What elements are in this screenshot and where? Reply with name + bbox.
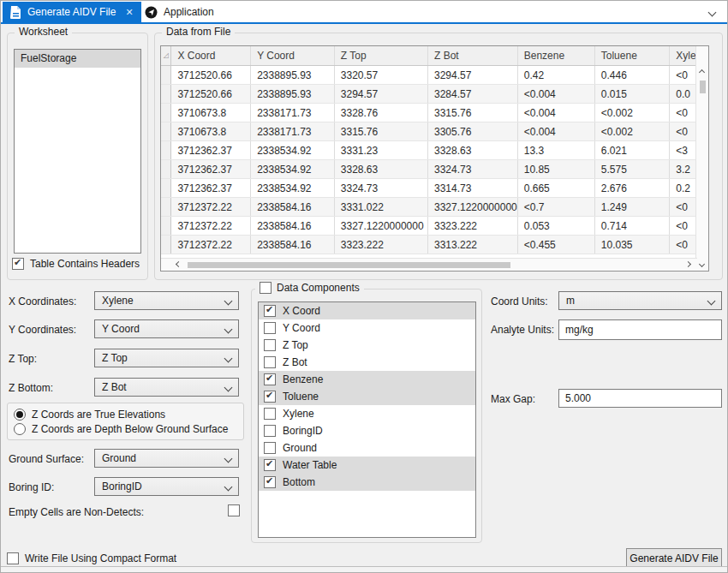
component-item[interactable]: Z Top: [259, 337, 475, 354]
scroll-up-icon[interactable]: [699, 69, 705, 75]
x-coordinates-combo[interactable]: Xylene: [94, 291, 239, 310]
table-cell[interactable]: 2338895.93: [251, 85, 335, 104]
row-header-cell[interactable]: [161, 198, 171, 217]
column-header[interactable]: Toluene: [594, 46, 669, 66]
table-cell[interactable]: 3328.76: [334, 104, 427, 122]
table-cell[interactable]: 0.665: [517, 179, 594, 198]
table-cell[interactable]: 3712520.66: [171, 85, 251, 104]
scroll-left-icon[interactable]: [176, 261, 182, 267]
z-top-combo[interactable]: Z Top: [94, 349, 239, 367]
table-cell[interactable]: <0.002: [594, 104, 669, 122]
component-item[interactable]: Water Table: [259, 457, 475, 474]
table-cell[interactable]: 0.714: [594, 217, 669, 236]
component-item[interactable]: Z Bot: [259, 354, 475, 371]
checkbox-icon[interactable]: [264, 322, 276, 334]
table-cell[interactable]: 3712362.37: [171, 141, 251, 160]
table-contains-headers-checkbox[interactable]: Table Contains Headers: [12, 258, 140, 270]
table-row[interactable]: 3710673.82338171.733328.763315.76<0.004<…: [161, 104, 708, 122]
table-row[interactable]: 3710673.82338171.733315.763305.76<0.004<…: [161, 122, 708, 141]
table-cell[interactable]: 3294.57: [334, 85, 427, 104]
table-cell[interactable]: 10.035: [594, 236, 669, 254]
coord-units-combo[interactable]: m: [558, 291, 722, 310]
column-header[interactable]: Z Bot: [427, 46, 517, 66]
row-header-cell[interactable]: [161, 236, 171, 254]
table-cell[interactable]: 3328.63: [334, 160, 427, 179]
data-components-list[interactable]: X CoordY CoordZ TopZ BotBenzeneTolueneXy…: [258, 301, 476, 538]
table-cell[interactable]: 0.053: [517, 217, 594, 236]
table-cell[interactable]: 3323.222: [334, 236, 427, 254]
data-components-checkbox[interactable]: [260, 282, 272, 294]
checkbox-icon[interactable]: [264, 425, 276, 437]
table-row[interactable]: 3712362.372338534.923324.733314.730.6652…: [161, 179, 708, 198]
table-row[interactable]: 3712372.222338584.163331.0223327.1220000…: [161, 198, 708, 217]
column-header[interactable]: Y Coord: [251, 46, 335, 66]
generate-aidv-file-button[interactable]: Generate AIDV File: [626, 548, 722, 568]
table-cell[interactable]: 3314.73: [427, 179, 517, 198]
component-item[interactable]: Y Coord: [259, 319, 475, 337]
ground-surface-combo[interactable]: Ground: [94, 449, 239, 468]
table-row[interactable]: 3712372.222338584.163323.2223313.222<0.4…: [161, 236, 708, 254]
table-cell[interactable]: 3305.76: [427, 122, 517, 141]
table-cell[interactable]: 2338534.92: [251, 179, 335, 198]
table-row[interactable]: 3712362.372338534.923331.233328.6313.36.…: [161, 141, 708, 160]
table-cell[interactable]: 3320.57: [334, 66, 427, 85]
component-item[interactable]: Toluene: [259, 388, 475, 405]
table-cell[interactable]: 0.015: [594, 85, 669, 104]
table-cell[interactable]: 3712362.37: [171, 160, 251, 179]
table-cell[interactable]: 2338171.73: [251, 104, 335, 122]
table-cell[interactable]: 3324.73: [334, 179, 427, 198]
table-cell[interactable]: 3331.23: [334, 141, 427, 160]
column-header[interactable]: Z Top: [334, 46, 427, 66]
table-cell[interactable]: 5.575: [594, 160, 669, 179]
grid-horizontal-scrollbar[interactable]: [161, 258, 697, 271]
checkbox-icon[interactable]: [264, 408, 276, 420]
z-bottom-combo[interactable]: Z Bot: [94, 378, 239, 397]
row-header-cell[interactable]: [161, 104, 171, 122]
checkbox-icon[interactable]: [264, 442, 276, 454]
row-header-cell[interactable]: [161, 217, 171, 236]
table-cell[interactable]: 3712520.66: [171, 66, 251, 85]
vertical-scroll-thumb[interactable]: [700, 81, 706, 93]
row-header-cell[interactable]: [161, 85, 171, 104]
checkbox-icon[interactable]: [7, 552, 19, 564]
scroll-right-icon[interactable]: [685, 261, 691, 267]
table-cell[interactable]: 3712362.37: [171, 179, 251, 198]
table-cell[interactable]: 3294.57: [427, 66, 517, 85]
table-cell[interactable]: 3710673.8: [171, 122, 251, 141]
table-cell[interactable]: 0.42: [517, 66, 594, 85]
checkbox-icon[interactable]: [264, 356, 276, 368]
table-row[interactable]: 3712362.372338534.923328.633324.7310.855…: [161, 160, 708, 179]
row-header-cell[interactable]: [161, 122, 171, 141]
tab-generate-aidv-file[interactable]: Generate AIDV File ✕: [3, 2, 141, 22]
checkbox-icon[interactable]: [12, 258, 24, 270]
table-cell[interactable]: 6.021: [594, 141, 669, 160]
max-gap-input[interactable]: 5.000: [558, 389, 722, 408]
table-cell[interactable]: <0.7: [517, 198, 594, 217]
table-cell[interactable]: 3324.73: [427, 160, 517, 179]
column-header[interactable]: Benzene: [517, 46, 594, 66]
column-header[interactable]: X Coord: [171, 46, 251, 66]
table-cell[interactable]: <0.004: [517, 122, 594, 141]
table-cell[interactable]: 2338534.92: [251, 141, 335, 160]
checkbox-icon[interactable]: [264, 476, 276, 488]
component-item[interactable]: Bottom: [259, 474, 475, 491]
table-row[interactable]: 3712372.222338584.163327.12200000003323.…: [161, 217, 708, 236]
table-cell[interactable]: 3284.57: [427, 85, 517, 104]
table-cell[interactable]: 3327.1220000000: [334, 217, 427, 236]
row-header-cell[interactable]: [161, 66, 171, 85]
table-cell[interactable]: 3712372.22: [171, 236, 251, 254]
radio-true-elevations[interactable]: Z Coords are True Elevations: [14, 409, 165, 421]
checkbox-icon[interactable]: [264, 391, 276, 403]
table-cell[interactable]: 3712372.22: [171, 198, 251, 217]
table-cell[interactable]: 1.249: [594, 198, 669, 217]
table-cell[interactable]: <0.002: [594, 122, 669, 141]
table-cell[interactable]: 3331.022: [334, 198, 427, 217]
table-cell[interactable]: 3315.76: [427, 104, 517, 122]
table-row[interactable]: 3712520.662338895.933294.573284.57<0.004…: [161, 85, 708, 104]
empty-cells-checkbox[interactable]: [228, 504, 240, 516]
table-cell[interactable]: 2338584.16: [251, 198, 335, 217]
boring-id-combo[interactable]: BoringID: [94, 477, 239, 496]
table-cell[interactable]: 10.85: [517, 160, 594, 179]
grid-select-all-corner[interactable]: ◿: [161, 46, 171, 66]
tab-application[interactable]: Application: [137, 2, 222, 22]
